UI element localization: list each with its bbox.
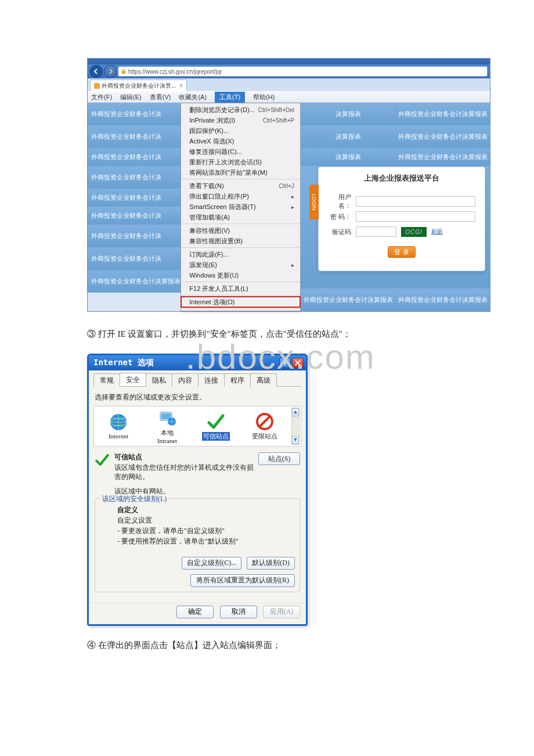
menu-help[interactable]: 帮助(H)	[253, 93, 275, 102]
left-row: 外商投资企业财务会计决	[88, 247, 181, 270]
table-cell: 决算报表	[301, 103, 395, 125]
zone-scrollbar[interactable]: ▲ ▼	[291, 408, 300, 445]
zone-trusted[interactable]: 可信站点	[197, 412, 234, 441]
menu-item-f12-devtools[interactable]: F12 开发人员工具(L)	[181, 283, 300, 294]
reset-all-button[interactable]: 将所有区域重置为默认级别(R)	[190, 574, 295, 587]
zone-prompt: 选择要查看的区域或更改安全设置。	[95, 393, 300, 402]
zone-info-row: 可信站点 该区域包含您信任对您的计算机或文件没有损害的网站。 该区域中有网站。 …	[95, 452, 300, 496]
close-button[interactable]	[292, 358, 304, 368]
zone-restricted[interactable]: 受限站点	[246, 412, 283, 441]
internet-options-dialog: Internet 选项 ? 常规 安全 隐私 内容 连接 程序 高级 选择要查看…	[87, 354, 308, 626]
username-input[interactable]	[356, 196, 475, 207]
cancel-button[interactable]: 取消	[220, 606, 257, 618]
table-cell: 决算报表	[301, 148, 395, 165]
tab-title: 外商投资企业财务会计决算...	[102, 82, 176, 90]
captcha-refresh-link[interactable]: 刷新	[431, 228, 443, 236]
tab-privacy[interactable]: 隐私	[146, 373, 172, 387]
menu-item-feed-discovery[interactable]: 源发现(E)▸	[181, 260, 300, 270]
left-column: 外商投资企业财务会计决 外商投资企业财务会计决 外商投资企业财务会计决 外商投资…	[88, 103, 181, 311]
password-input[interactable]	[356, 211, 475, 222]
scroll-up-icon[interactable]: ▲	[292, 408, 299, 416]
captcha-image: OCGI	[401, 227, 427, 237]
zone-info-title: 可信站点	[114, 452, 254, 462]
zone-intranet[interactable]: 本地 Intranet	[149, 409, 186, 444]
scroll-down-icon[interactable]: ▼	[292, 436, 299, 444]
custom-level-button[interactable]: 自定义级别(C)...	[182, 557, 241, 570]
group-title: 该区域的安全级别(L)	[100, 494, 169, 504]
tools-dropdown-menu: 删除浏览历史记录(D)...Ctrl+Shift+Del InPrivate 浏…	[181, 103, 301, 311]
menu-item-reopen-last[interactable]: 重新打开上次浏览会话(S)	[181, 157, 300, 167]
login-title: 上海企业报表报送平台	[328, 173, 475, 183]
right-column: 决算报表外商投资企业财务会计决算报表 决算报表外商投资企业财务会计决算报表 决算…	[301, 103, 490, 311]
login-panel: LOGIN 上海企业报表报送平台 用户名： 密 码： 验证码 OCGI 刷新 登…	[318, 167, 485, 271]
table-cell: 外商投资企业财务会计决算报表	[395, 289, 490, 311]
forward-button[interactable]	[104, 65, 117, 78]
table-cell: 外商投资企业财务会计决算报表	[301, 289, 395, 311]
menu-item-subscribe-feed[interactable]: 订阅此源(F)...	[181, 249, 300, 260]
ok-button[interactable]: 确定	[176, 606, 214, 618]
left-row: 外商投资企业财务会计决算报表	[88, 270, 181, 293]
left-row: 外商投资企业财务会计决	[88, 166, 181, 189]
favicon-icon	[94, 83, 100, 89]
left-row: 外商投资企业财务会计决	[88, 103, 181, 125]
tab-content[interactable]: 内容	[172, 373, 199, 387]
login-button[interactable]: 登 录	[388, 246, 416, 258]
captcha-input[interactable]	[356, 226, 396, 237]
menu-item-fix-connection[interactable]: 修复连接问题(C)...	[181, 146, 300, 157]
checkmark-icon	[207, 412, 225, 431]
checkmark-icon	[95, 452, 110, 467]
menu-item-tracking-protection[interactable]: 跟踪保护(K)...	[181, 125, 300, 136]
sites-button[interactable]: 站点(S)	[258, 452, 300, 465]
zone-info-desc: 该区域包含您信任对您的计算机或文件没有损害的网站。	[114, 463, 254, 481]
zone-internet[interactable]: Internet	[100, 413, 137, 440]
help-button[interactable]: ?	[279, 358, 291, 368]
default-level-button[interactable]: 默认级别(D)	[247, 557, 295, 570]
table-cell: 外商投资企业财务会计决算报表	[395, 148, 490, 165]
tab-general[interactable]: 常规	[93, 373, 120, 387]
menu-item-add-to-start[interactable]: 将网站添加到"开始"菜单(M)	[181, 167, 300, 178]
menu-favorites[interactable]: 收藏夹(A)	[179, 93, 207, 102]
left-row: 外商投资企业财务会计决	[88, 207, 181, 225]
menu-item-compat-settings[interactable]: 兼容性视图设置(B)	[181, 236, 300, 246]
zone-selector: Internet 本地 Intranet 可信站点 受限站点 ▲ ▼	[93, 406, 301, 447]
menu-item-smartscreen[interactable]: SmartScreen 筛选器(T)▸	[181, 201, 300, 212]
menu-edit[interactable]: 编辑(E)	[120, 93, 142, 102]
tab-programs[interactable]: 程序	[224, 373, 251, 387]
apply-button[interactable]: 应用(A)	[263, 606, 300, 618]
svg-line-7	[259, 416, 270, 427]
tab-connections[interactable]: 连接	[198, 373, 225, 387]
table-cell: 外商投资企业财务会计决算报表	[395, 103, 490, 125]
menu-item-view-downloads[interactable]: 查看下载(N)Ctrl+J	[181, 181, 300, 191]
left-row: 外商投资企业财务会计决	[88, 225, 181, 247]
prohibit-icon	[255, 412, 274, 431]
left-row: 外商投资企业财务会计决	[88, 125, 181, 148]
menu-view[interactable]: 查看(V)	[150, 93, 171, 102]
menu-item-windows-update[interactable]: Windows 更新(U)	[181, 270, 300, 280]
username-label: 用户名：	[328, 193, 351, 210]
menu-item-internet-options[interactable]: Internet 选项(O)	[181, 297, 300, 307]
custom-line-1: - 要更改设置，请单击"自定义级别"	[117, 525, 295, 536]
browser-tab[interactable]: 外商投资企业财务会计决算... ×	[90, 80, 187, 91]
menu-item-manage-addons[interactable]: 管理加载项(A)	[181, 212, 300, 222]
menu-item-compat-view[interactable]: 兼容性视图(V)	[181, 225, 300, 236]
back-button[interactable]	[90, 65, 103, 78]
tab-security[interactable]: 安全	[120, 373, 146, 386]
left-row: 外商投资企业财务会计决	[88, 189, 181, 207]
lock-icon	[121, 69, 127, 74]
menu-file[interactable]: 文件(F)	[91, 93, 112, 102]
tab-close-button[interactable]: ×	[179, 82, 183, 89]
table-cell: 决算报表	[301, 125, 395, 147]
dialog-tabs: 常规 安全 隐私 内容 连接 程序 高级	[93, 373, 301, 387]
menu-item-activex-filter[interactable]: ActiveX 筛选(X)	[181, 136, 300, 146]
address-bar[interactable]: https://www.czj.sh.gov.cn/jqreport/jqr	[118, 66, 488, 77]
table-cell: 外商投资企业财务会计决算报表	[395, 125, 490, 147]
dialog-title: Internet 选项	[93, 358, 154, 368]
tab-strip: 外商投资企业财务会计决算... ×	[88, 78, 490, 91]
menu-item-popup-blocker[interactable]: 弹出窗口阻止程序(P)▸	[181, 191, 300, 201]
custom-heading: 自定义	[117, 506, 138, 514]
url-text: https://www.czj.sh.gov.cn/jqreport/jqr	[128, 69, 222, 75]
menu-tools[interactable]: 工具(T)	[215, 92, 245, 103]
menu-item-inprivate[interactable]: InPrivate 浏览(I)Ctrl+Shift+P	[181, 115, 300, 125]
menu-item-delete-history[interactable]: 删除浏览历史记录(D)...Ctrl+Shift+Del	[181, 105, 300, 115]
tab-advanced[interactable]: 高级	[250, 373, 277, 387]
